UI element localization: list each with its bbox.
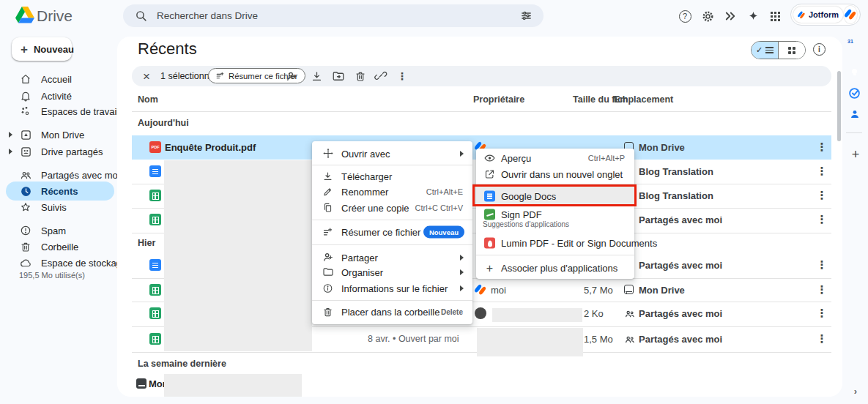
file-size: 5,7 Mo	[584, 285, 613, 296]
share-add-person-icon[interactable]	[285, 70, 298, 83]
file-size: 2 Ko	[584, 308, 604, 319]
row-more-button[interactable]: ⋮	[813, 330, 831, 348]
tasks-icon[interactable]	[848, 87, 861, 100]
side-panel-collapse-chevron[interactable]: ›	[850, 386, 861, 396]
sidebar-item-mon-drive[interactable]: Mon Drive	[0, 126, 117, 143]
drive-logo[interactable]	[15, 6, 35, 25]
sidebar-item-partages-avec-moi[interactable]: Partagés avec moi	[0, 166, 117, 184]
settings-gear-icon[interactable]	[700, 8, 716, 24]
row-more-button[interactable]: ⋮	[813, 138, 831, 156]
redacted-file-names	[164, 160, 312, 351]
google-drive-app: Drive Rechercher dans Drive ? Jotform +	[0, 0, 868, 404]
search-filters-icon[interactable]	[519, 9, 533, 23]
sidebar-item-espaces-de-travail[interactable]: Espaces de travail	[0, 102, 117, 120]
menu-item-summarize[interactable]: Résumer ce fichier Nouveau	[312, 224, 472, 240]
file-opened-info: 8 avr. • Ouvert par moi	[368, 334, 459, 344]
jotform-chip: Jotform	[793, 7, 843, 23]
move-to-folder-icon[interactable]	[332, 70, 345, 83]
submenu-item-lumin-pdf[interactable]: Lumin PDF - Edit or Sign Documents	[476, 234, 634, 252]
search-bar[interactable]: Rechercher dans Drive	[123, 4, 544, 27]
contacts-icon[interactable]	[848, 108, 861, 120]
spam-icon	[19, 224, 32, 237]
column-header-name[interactable]: Nom	[138, 94, 158, 105]
menu-item-open-with[interactable]: Ouvrir avec	[312, 145, 472, 162]
plus-icon: +	[483, 262, 496, 274]
more-actions-button[interactable]: ⋮	[395, 67, 409, 85]
row-more-button[interactable]: ⋮	[813, 256, 831, 274]
menu-item-file-info[interactable]: Informations sur le fichier	[312, 280, 472, 296]
sidebar-item-corbeille[interactable]: Corbeille	[0, 238, 117, 255]
context-menu: Ouvrir avec Télécharger Renommer Ctrl+Al…	[312, 141, 472, 324]
row-more-button[interactable]: ⋮	[813, 281, 831, 299]
page-title: Récents	[138, 40, 197, 59]
account-avatar[interactable]	[843, 5, 858, 24]
file-location: Partagés avec moi	[639, 308, 722, 319]
menu-item-download[interactable]: Télécharger	[312, 168, 472, 184]
menu-item-share[interactable]: Partager	[312, 250, 472, 265]
row-more-button[interactable]: ⋮	[813, 162, 831, 180]
trash-icon[interactable]	[354, 70, 367, 83]
search-input[interactable]: Rechercher dans Drive	[157, 10, 519, 21]
menu-item-rename[interactable]: Renommer Ctrl+Alt+E	[312, 184, 472, 199]
open-in-new-icon	[483, 168, 496, 181]
pencil-icon	[322, 185, 334, 198]
google-apps-grid-icon[interactable]	[767, 8, 783, 24]
menu-item-organize[interactable]: Organiser	[312, 264, 472, 280]
copy-link-icon[interactable]	[374, 70, 387, 83]
suggestions-label: Suggestions d'applications	[483, 220, 569, 228]
expand-chevron-icon[interactable]	[9, 149, 12, 154]
row-more-button[interactable]: ⋮	[813, 211, 831, 228]
column-header-owner[interactable]: Propriétaire	[473, 94, 524, 105]
column-header-location[interactable]: Emplacement	[614, 94, 673, 105]
list-view-segment[interactable]: ✓	[752, 42, 778, 59]
grid-view-icon	[788, 47, 795, 54]
sidebar-item-spam[interactable]: Spam	[0, 222, 117, 239]
search-icon	[133, 9, 148, 23]
folder-icon	[322, 266, 334, 278]
clear-selection-button[interactable]: ×	[139, 69, 154, 83]
recent-clock-icon	[19, 184, 32, 198]
file-location: Partagés avec moi	[639, 334, 722, 345]
expand-chevron-icon[interactable]	[9, 132, 12, 138]
sidebar-item-recents[interactable]: Récents	[0, 182, 117, 200]
home-icon	[19, 72, 32, 86]
submenu-item-open-new-tab[interactable]: Ouvrir dans un nouvel onglet	[476, 166, 634, 182]
sidebar-item-stockage[interactable]: Espace de stockage	[0, 254, 117, 272]
submenu-arrow-icon	[460, 255, 464, 261]
scrollbar-thumb[interactable]	[837, 71, 841, 141]
submenu-item-preview[interactable]: Aperçu Ctrl+Alt+P	[476, 150, 634, 166]
extension-arrows-icon[interactable]	[722, 8, 738, 24]
section-last-week: La semaine dernière	[138, 359, 226, 369]
sidebar-item-drive-partages[interactable]: Drive partagés	[0, 143, 117, 160]
new-button[interactable]: + Nouveau	[12, 37, 72, 61]
menu-item-move-to-trash[interactable]: Placer dans la corbeille Delete	[312, 304, 472, 320]
submenu-item-connect-more-apps[interactable]: + Associer plus d'applications	[476, 259, 634, 277]
owner-avatar	[475, 284, 486, 296]
sidebar-item-suivis[interactable]: Suivis	[0, 198, 117, 216]
download-icon[interactable]	[310, 70, 323, 83]
account-label: Jotform	[809, 10, 839, 19]
account-button[interactable]: Jotform	[790, 4, 861, 26]
sheets-file-icon	[149, 190, 161, 201]
sidebar-item-accueil[interactable]: Accueil	[0, 70, 117, 88]
menu-item-make-copy[interactable]: Créer une copie Ctrl+C Ctrl+V	[312, 200, 472, 215]
gemini-sparkle-icon[interactable]	[745, 8, 761, 24]
view-toggle[interactable]: ✓	[751, 41, 806, 59]
download-icon	[322, 170, 334, 182]
open-with-submenu: Aperçu Ctrl+Alt+P Ouvrir dans un nouvel …	[476, 149, 634, 279]
row-more-button[interactable]: ⋮	[813, 187, 831, 204]
summarize-icon	[322, 226, 334, 239]
file-location: Mon Drive	[639, 142, 685, 153]
details-info-icon[interactable]: i	[813, 43, 826, 56]
side-panel-divider	[846, 132, 862, 133]
owner-avatar	[475, 307, 486, 319]
sheets-file-icon	[149, 307, 161, 319]
summarize-icon	[215, 71, 225, 81]
grid-view-segment[interactable]	[778, 42, 805, 59]
get-addons-button[interactable]: +	[849, 148, 862, 161]
help-icon[interactable]: ?	[677, 8, 693, 24]
row-more-button[interactable]: ⋮	[813, 304, 831, 322]
section-today: Aujourd'hui	[138, 118, 189, 128]
jotform-avatar-icon	[845, 9, 856, 20]
my-drive-icon	[19, 128, 32, 141]
